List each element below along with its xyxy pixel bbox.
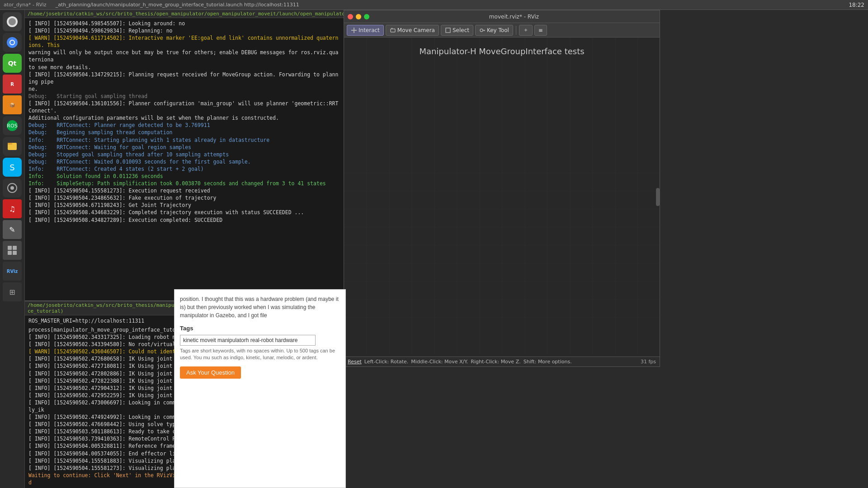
ask-question-button[interactable]: Ask Your Question	[180, 366, 241, 379]
se-question-panel: position. I thought that this was a hard…	[174, 289, 346, 488]
key-tool-label: Key Tool	[487, 27, 509, 33]
rviz-maximize-btn[interactable]	[364, 14, 369, 19]
svg-rect-13	[8, 251, 12, 255]
app-icon-red1[interactable]: R	[3, 75, 22, 94]
term-line: [ INFO] [1524590504.155581273]: Executio…	[28, 187, 340, 194]
term-line: Info: SimpleSetup: Path simplification t…	[28, 180, 340, 187]
rviz-minimize-btn[interactable]	[356, 14, 361, 19]
se-body-text: position. I thought that this was a hard…	[180, 295, 340, 319]
svg-text:ROS: ROS	[7, 123, 17, 129]
app-icon-settings[interactable]	[3, 178, 22, 197]
svg-rect-8	[8, 143, 12, 145]
svg-point-18	[480, 29, 483, 32]
interact-button[interactable]: Interact	[347, 25, 384, 36]
term-line: Info: RRTConnect: Created 4 states (2 st…	[28, 165, 340, 173]
top-bar-path: _ath_planning/launch/manipulator_h_move_…	[56, 2, 849, 8]
terminal-content-1: [ INFO] [1524590494.598545507]: Looking …	[25, 18, 344, 300]
rviz-resize-handle[interactable]	[656, 188, 660, 206]
toolbar-plus-button[interactable]: ＋	[519, 25, 533, 36]
app-icon-green-circle[interactable]: ROS	[3, 116, 22, 135]
app-icon-qt[interactable]: Qt	[3, 54, 22, 73]
svg-rect-21	[344, 38, 660, 357]
term-line: [ INFO] [1524590494.598629834]: Replanni…	[28, 27, 340, 34]
svg-rect-17	[446, 28, 450, 33]
app-icon-skype[interactable]: S	[3, 158, 22, 177]
move-camera-button[interactable]: Move Camera	[386, 25, 439, 36]
term-line: Debug: Stopped goal sampling thread afte…	[28, 151, 340, 158]
svg-point-10	[10, 186, 14, 190]
term-line: to see more details.	[28, 64, 340, 71]
rviz-status-left-click: Left-Click: Rotate.	[364, 359, 409, 365]
se-tags-label: Tags	[180, 324, 340, 333]
term-line: warning will only be output once but may…	[28, 49, 340, 63]
svg-rect-11	[8, 246, 12, 250]
app-icon-red2[interactable]: ♫	[3, 199, 22, 218]
term-line: [ INFO] [1524590494.598545507]: Looking …	[28, 20, 340, 27]
app-icon-chrome[interactable]	[3, 33, 22, 52]
term-line: Debug: RRTConnect: Waited 0.010093 secon…	[28, 158, 340, 165]
key-tool-icon	[479, 27, 486, 33]
select-icon	[445, 27, 451, 33]
rviz-title: moveit.rviz* - RViz	[372, 14, 656, 20]
plus-icon: ＋	[523, 26, 528, 34]
move-camera-label: Move Camera	[397, 27, 435, 33]
app-icon-grid[interactable]	[3, 241, 22, 260]
se-tags-hint: Tags are short keywords, with no spaces …	[180, 347, 340, 361]
interact-icon	[351, 27, 357, 33]
rviz-toolbar: Interact Move Camera Select Key Tool	[344, 23, 660, 38]
app-icon-files[interactable]	[3, 137, 22, 156]
svg-point-16	[391, 28, 392, 29]
svg-rect-14	[13, 251, 17, 255]
move-camera-icon	[390, 27, 396, 33]
rviz-fps: 31 fps	[641, 359, 656, 365]
se-tags-input[interactable]	[180, 335, 316, 346]
rviz-window: moveit.rviz* - RViz Interact Move Camera…	[344, 10, 660, 367]
rviz-status-right-click: Right-Click: Move Z.	[471, 359, 520, 365]
svg-point-1	[9, 18, 16, 25]
top-bar-time: 18:22	[849, 2, 864, 8]
term-line: Info: RRTConnect: Starting planning with…	[28, 136, 340, 144]
top-bar: ator_dyna* - RViz _ath_planning/launch/m…	[0, 0, 868, 10]
rviz-viewport[interactable]: Manipulator-H MoveGroupInterface tests	[344, 38, 660, 357]
left-sidebar: Qt R 📦 ROS S ♫ ✎ RViz ⊞	[0, 10, 25, 488]
term-line: Debug: RRTConnect: Planner range detecte…	[28, 122, 340, 129]
terminal-path-bar: /home/josebrito/catkin_ws/src/brito_thes…	[25, 10, 344, 18]
rviz-status-shift: Shift: More options.	[524, 359, 572, 365]
term-line: Additional configuration parameters will…	[28, 114, 340, 122]
term-line: [ INFO] [1524590508.434827289]: Executio…	[28, 216, 340, 224]
rviz-status-middle-click: Middle-Click: Move X/Y.	[411, 359, 468, 365]
key-tool-button[interactable]: Key Tool	[475, 25, 513, 36]
rviz-close-btn[interactable]	[348, 14, 353, 19]
select-button[interactable]: Select	[441, 25, 473, 36]
app-icon-rviz[interactable]: RViz	[3, 262, 22, 281]
app-icon-edit[interactable]: ✎	[3, 220, 22, 239]
app-icon-orange[interactable]: 📦	[3, 95, 22, 114]
toolbar-separator	[516, 26, 516, 35]
toolbar-menu-button[interactable]: ≡	[534, 25, 547, 36]
app-icon-terminal-bottom[interactable]: ⊞	[3, 282, 22, 301]
term-line: ne.	[28, 85, 340, 93]
menu-icon: ≡	[538, 27, 543, 33]
rviz-reset-btn[interactable]: Reset	[348, 359, 362, 365]
term-line: [ INFO] [1524590504.234865632]: Fake exe…	[28, 194, 340, 202]
rviz-grid	[344, 38, 660, 357]
se-panel-content: position. I thought that this was a hard…	[175, 290, 345, 384]
rviz-titlebar: moveit.rviz* - RViz	[344, 10, 660, 23]
term-line: Debug: RRTConnect: Waiting for goal regi…	[28, 144, 340, 151]
select-label: Select	[453, 27, 469, 33]
term-line: [ INFO] [1524590504.671198243]: Get Join…	[28, 202, 340, 209]
svg-point-4	[10, 41, 14, 44]
rviz-statusbar: Reset Left-Click: Rotate. Middle-Click: …	[344, 357, 660, 366]
term-line: Debug: Starting goal sampling thread	[28, 93, 340, 100]
top-bar-title1: ator_dyna* - RViz	[4, 2, 47, 8]
term-line: [ WARN] [1524590494.611714502]: Interact…	[28, 34, 340, 49]
svg-rect-15	[391, 29, 395, 32]
term-line: Info: Solution found in 0.011236 seconds	[28, 173, 340, 180]
interact-label: Interact	[359, 27, 380, 33]
term-line: [ INFO] [1524590508.434683229]: Complete…	[28, 209, 340, 216]
svg-rect-12	[13, 246, 17, 250]
term-line: Debug: Beginning sampling thread computa…	[28, 129, 340, 136]
app-icon-system[interactable]	[3, 12, 22, 31]
term-line: [ INFO] [1524590504.134729215]: Planning…	[28, 71, 340, 85]
term-line: [ INFO] [1524590504.136101556]: Planner …	[28, 100, 340, 114]
